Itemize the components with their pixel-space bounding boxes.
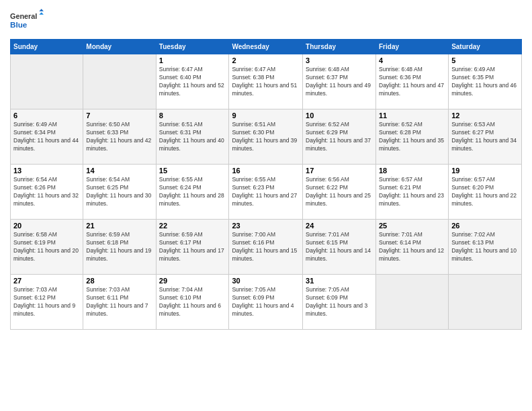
day-number: 28 bbox=[86, 277, 152, 285]
day-number: 8 bbox=[159, 111, 226, 120]
calendar-cell: 30 Sunrise: 7:05 AMSunset: 6:09 PMDaylig… bbox=[229, 275, 303, 330]
calendar-page: General Blue SundayMondayTuesdayWednesda… bbox=[0, 0, 532, 411]
day-number: 15 bbox=[159, 167, 226, 175]
calendar-cell: 15 Sunrise: 6:55 AMSunset: 6:24 PMDaylig… bbox=[156, 165, 229, 220]
day-number: 2 bbox=[232, 56, 300, 64]
logo-svg: General Blue bbox=[10, 7, 44, 34]
day-number: 25 bbox=[379, 222, 445, 230]
day-detail: Sunrise: 6:48 AMSunset: 6:37 PMDaylight:… bbox=[306, 66, 371, 97]
calendar-cell: 12 Sunrise: 6:53 AMSunset: 6:27 PMDaylig… bbox=[449, 109, 522, 165]
logo: General Blue bbox=[10, 7, 44, 34]
calendar-cell: 13 Sunrise: 6:54 AMSunset: 6:26 PMDaylig… bbox=[11, 165, 83, 220]
day-detail: Sunrise: 6:54 AMSunset: 6:26 PMDaylight:… bbox=[13, 176, 79, 207]
day-number: 14 bbox=[86, 167, 152, 175]
calendar-cell bbox=[83, 54, 156, 109]
day-number: 16 bbox=[232, 167, 300, 175]
day-detail: Sunrise: 7:01 AMSunset: 6:15 PMDaylight:… bbox=[306, 231, 371, 262]
day-detail: Sunrise: 6:50 AMSunset: 6:33 PMDaylight:… bbox=[86, 121, 151, 152]
calendar-week-row: 20 Sunrise: 6:58 AMSunset: 6:19 PMDaylig… bbox=[11, 220, 522, 275]
calendar-cell: 18 Sunrise: 6:57 AMSunset: 6:21 PMDaylig… bbox=[376, 165, 449, 220]
day-number: 5 bbox=[451, 56, 519, 64]
day-number: 17 bbox=[306, 167, 373, 175]
svg-text:Blue: Blue bbox=[10, 20, 28, 29]
calendar-cell: 24 Sunrise: 7:01 AMSunset: 6:15 PMDaylig… bbox=[303, 220, 376, 275]
day-detail: Sunrise: 7:05 AMSunset: 6:09 PMDaylight:… bbox=[306, 286, 367, 317]
calendar-cell: 6 Sunrise: 6:49 AMSunset: 6:34 PMDayligh… bbox=[11, 109, 83, 165]
weekday-header: Wednesday bbox=[229, 40, 303, 54]
day-detail: Sunrise: 6:59 AMSunset: 6:17 PMDaylight:… bbox=[159, 231, 224, 262]
day-detail: Sunrise: 7:03 AMSunset: 6:11 PMDaylight:… bbox=[86, 286, 148, 317]
calendar-cell: 29 Sunrise: 7:04 AMSunset: 6:10 PMDaylig… bbox=[156, 275, 229, 330]
day-number: 24 bbox=[306, 222, 373, 230]
day-number: 27 bbox=[13, 277, 80, 285]
calendar-cell: 5 Sunrise: 6:49 AMSunset: 6:35 PMDayligh… bbox=[449, 54, 522, 109]
day-number: 19 bbox=[451, 167, 519, 175]
calendar-cell: 31 Sunrise: 7:05 AMSunset: 6:09 PMDaylig… bbox=[303, 275, 376, 330]
svg-marker-2 bbox=[39, 9, 44, 11]
calendar-cell: 10 Sunrise: 6:52 AMSunset: 6:29 PMDaylig… bbox=[303, 109, 376, 165]
day-number: 23 bbox=[232, 222, 300, 230]
calendar-cell: 22 Sunrise: 6:59 AMSunset: 6:17 PMDaylig… bbox=[156, 220, 229, 275]
calendar-cell: 21 Sunrise: 6:59 AMSunset: 6:18 PMDaylig… bbox=[83, 220, 156, 275]
day-detail: Sunrise: 7:01 AMSunset: 6:14 PMDaylight:… bbox=[379, 231, 444, 262]
day-detail: Sunrise: 6:47 AMSunset: 6:40 PMDaylight:… bbox=[159, 66, 224, 97]
day-number: 6 bbox=[13, 111, 80, 120]
day-number: 22 bbox=[159, 222, 226, 230]
day-number: 21 bbox=[86, 222, 152, 230]
day-detail: Sunrise: 6:56 AMSunset: 6:22 PMDaylight:… bbox=[306, 176, 371, 207]
day-detail: Sunrise: 6:52 AMSunset: 6:28 PMDaylight:… bbox=[379, 121, 444, 152]
day-detail: Sunrise: 6:48 AMSunset: 6:36 PMDaylight:… bbox=[379, 66, 444, 97]
day-detail: Sunrise: 6:51 AMSunset: 6:31 PMDaylight:… bbox=[159, 121, 224, 152]
day-number: 9 bbox=[232, 111, 300, 120]
weekday-header: Monday bbox=[83, 40, 156, 54]
day-detail: Sunrise: 6:51 AMSunset: 6:30 PMDaylight:… bbox=[232, 121, 297, 152]
day-detail: Sunrise: 6:53 AMSunset: 6:27 PMDaylight:… bbox=[451, 121, 517, 152]
day-detail: Sunrise: 6:49 AMSunset: 6:34 PMDaylight:… bbox=[13, 121, 79, 152]
calendar-cell: 3 Sunrise: 6:48 AMSunset: 6:37 PMDayligh… bbox=[303, 54, 376, 109]
weekday-header: Friday bbox=[376, 40, 449, 54]
svg-marker-3 bbox=[39, 12, 44, 14]
calendar-cell: 23 Sunrise: 7:00 AMSunset: 6:16 PMDaylig… bbox=[229, 220, 303, 275]
calendar-cell: 8 Sunrise: 6:51 AMSunset: 6:31 PMDayligh… bbox=[156, 109, 229, 165]
day-number: 12 bbox=[451, 111, 519, 120]
day-detail: Sunrise: 6:55 AMSunset: 6:23 PMDaylight:… bbox=[232, 176, 297, 207]
calendar-cell: 27 Sunrise: 7:03 AMSunset: 6:12 PMDaylig… bbox=[11, 275, 83, 330]
calendar-cell: 17 Sunrise: 6:56 AMSunset: 6:22 PMDaylig… bbox=[303, 165, 376, 220]
day-detail: Sunrise: 7:02 AMSunset: 6:13 PMDaylight:… bbox=[451, 231, 517, 262]
weekday-header: Thursday bbox=[303, 40, 376, 54]
weekday-header: Tuesday bbox=[156, 40, 229, 54]
calendar-cell bbox=[11, 54, 83, 109]
calendar-cell: 4 Sunrise: 6:48 AMSunset: 6:36 PMDayligh… bbox=[376, 54, 449, 109]
day-number: 18 bbox=[379, 167, 445, 175]
calendar-cell: 9 Sunrise: 6:51 AMSunset: 6:30 PMDayligh… bbox=[229, 109, 303, 165]
day-number: 4 bbox=[379, 56, 445, 64]
day-detail: Sunrise: 6:49 AMSunset: 6:35 PMDaylight:… bbox=[451, 66, 517, 97]
day-number: 20 bbox=[13, 222, 80, 230]
calendar-table: SundayMondayTuesdayWednesdayThursdayFrid… bbox=[10, 39, 522, 330]
calendar-cell bbox=[376, 275, 449, 330]
calendar-cell: 28 Sunrise: 7:03 AMSunset: 6:11 PMDaylig… bbox=[83, 275, 156, 330]
day-detail: Sunrise: 6:58 AMSunset: 6:19 PMDaylight:… bbox=[13, 231, 79, 262]
day-detail: Sunrise: 6:59 AMSunset: 6:18 PMDaylight:… bbox=[86, 231, 151, 262]
calendar-week-row: 6 Sunrise: 6:49 AMSunset: 6:34 PMDayligh… bbox=[11, 109, 522, 165]
calendar-cell: 7 Sunrise: 6:50 AMSunset: 6:33 PMDayligh… bbox=[83, 109, 156, 165]
day-detail: Sunrise: 6:54 AMSunset: 6:25 PMDaylight:… bbox=[86, 176, 151, 207]
day-number: 11 bbox=[379, 111, 445, 120]
calendar-cell: 2 Sunrise: 6:47 AMSunset: 6:38 PMDayligh… bbox=[229, 54, 303, 109]
calendar-week-row: 27 Sunrise: 7:03 AMSunset: 6:12 PMDaylig… bbox=[11, 275, 522, 330]
calendar-cell: 20 Sunrise: 6:58 AMSunset: 6:19 PMDaylig… bbox=[11, 220, 83, 275]
calendar-cell bbox=[449, 275, 522, 330]
day-detail: Sunrise: 6:52 AMSunset: 6:29 PMDaylight:… bbox=[306, 121, 371, 152]
day-number: 31 bbox=[306, 277, 373, 285]
calendar-cell: 19 Sunrise: 6:57 AMSunset: 6:20 PMDaylig… bbox=[449, 165, 522, 220]
weekday-header-row: SundayMondayTuesdayWednesdayThursdayFrid… bbox=[11, 40, 522, 54]
calendar-week-row: 13 Sunrise: 6:54 AMSunset: 6:26 PMDaylig… bbox=[11, 165, 522, 220]
day-number: 3 bbox=[306, 56, 373, 64]
day-detail: Sunrise: 6:57 AMSunset: 6:20 PMDaylight:… bbox=[451, 176, 517, 207]
day-detail: Sunrise: 7:00 AMSunset: 6:16 PMDaylight:… bbox=[232, 231, 297, 262]
calendar-cell: 1 Sunrise: 6:47 AMSunset: 6:40 PMDayligh… bbox=[156, 54, 229, 109]
header: General Blue bbox=[10, 7, 522, 34]
day-number: 1 bbox=[159, 56, 226, 64]
day-detail: Sunrise: 6:55 AMSunset: 6:24 PMDaylight:… bbox=[159, 176, 224, 207]
calendar-cell: 14 Sunrise: 6:54 AMSunset: 6:25 PMDaylig… bbox=[83, 165, 156, 220]
